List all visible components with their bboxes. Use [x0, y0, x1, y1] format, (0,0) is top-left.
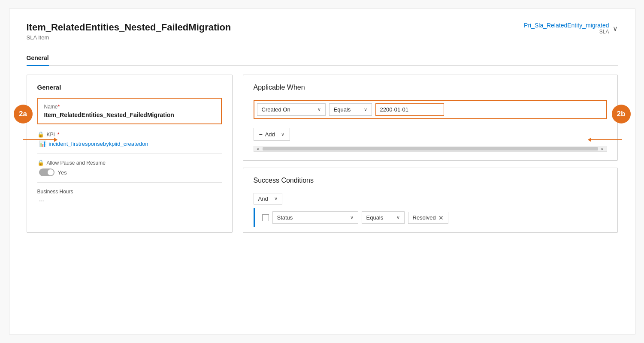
- toggle-container: Yes: [37, 168, 222, 176]
- svg-marker-1: [54, 138, 57, 142]
- status-field-dropdown[interactable]: Status ∨: [272, 211, 358, 224]
- annotation-2b: 2b: [612, 105, 631, 123]
- success-conditions-section: Success Conditions And ∨ Status ∨ Equals…: [243, 168, 618, 233]
- resolved-tag: Resolved ✕: [408, 212, 448, 224]
- divider-1: [37, 153, 222, 153]
- status-field-chevron-icon: ∨: [350, 215, 354, 220]
- biz-hours-label: Business Hours: [37, 189, 222, 195]
- scroll-right-icon[interactable]: ▸: [599, 146, 607, 151]
- success-conditions-title: Success Conditions: [254, 177, 607, 184]
- page-subtitle: SLA Item: [27, 34, 231, 41]
- status-operator-dropdown[interactable]: Equals ∨: [362, 211, 405, 224]
- status-operator-chevron-icon: ∨: [396, 215, 400, 220]
- tab-general[interactable]: General: [27, 51, 49, 66]
- header-left: Item_RelatedEntities_Nested_FailedMigrat…: [27, 22, 231, 41]
- add-chevron-icon: ∨: [281, 132, 284, 137]
- name-label: Name*: [44, 104, 215, 110]
- chevron-down-icon[interactable]: ∨: [613, 24, 618, 33]
- success-checkbox[interactable]: [262, 214, 269, 221]
- condition-operator-chevron-icon: ∨: [364, 107, 367, 112]
- horizontal-scrollbar[interactable]: ◂ ▸: [254, 146, 607, 152]
- and-dropdown[interactable]: And ∨: [254, 193, 282, 205]
- applicable-when-section: Applicable When Created On ∨ Equals ∨ 22…: [243, 75, 618, 161]
- toggle-knob: [48, 169, 54, 175]
- general-panel: General Name* Item_RelatedEntities_Neste…: [27, 75, 233, 233]
- condition-value-field[interactable]: 2200-01-01: [375, 103, 444, 116]
- annotation-2a: 2a: [14, 105, 33, 123]
- arrow-2b-icon: [588, 135, 622, 144]
- kpi-link[interactable]: 📊 incident_firstresponsebykpiid_createdo…: [37, 140, 222, 147]
- pause-lock-icon: 🔒: [37, 159, 44, 166]
- svg-marker-3: [588, 138, 591, 142]
- condition-field-chevron-icon: ∨: [317, 107, 321, 112]
- sla-link[interactable]: Pri_Sla_RelatedEntity_migrated: [524, 22, 609, 29]
- kpi-required: *: [57, 132, 60, 138]
- toggle-value-label: Yes: [58, 169, 67, 176]
- scroll-left-icon[interactable]: ◂: [254, 146, 262, 151]
- blue-bar: [254, 208, 255, 227]
- add-button[interactable]: − Add ∨: [254, 128, 290, 141]
- kpi-lock-row: 🔒 KPI*: [37, 131, 222, 138]
- general-panel-title: General: [37, 84, 222, 91]
- success-condition-row: Status ∨ Equals ∨ Resolved ✕: [254, 211, 607, 224]
- main-content: 2a General Name* Item_RelatedEntities_Ne…: [27, 75, 618, 233]
- applicable-when-title: Applicable When: [254, 84, 607, 91]
- header-right: Pri_Sla_RelatedEntity_migrated SLA ∨: [524, 22, 617, 35]
- condition-box: Created On ∨ Equals ∨ 2200-01-01: [254, 100, 607, 119]
- divider-2: [37, 182, 222, 183]
- biz-hours-value: ---: [37, 197, 222, 204]
- page-header: Item_RelatedEntities_Nested_FailedMigrat…: [27, 22, 618, 41]
- name-value: Item_RelatedEntities_Nested_FailedMigrat…: [44, 111, 215, 118]
- right-panel: 2b Applicable When Created On ∨ Equ: [243, 75, 618, 233]
- page-title: Item_RelatedEntities_Nested_FailedMigrat…: [27, 22, 231, 33]
- pause-toggle[interactable]: [39, 168, 54, 176]
- scrollbar-track: [263, 147, 598, 150]
- condition-operator-dropdown[interactable]: Equals ∨: [329, 103, 372, 116]
- name-field-box: Name* Item_RelatedEntities_Nested_Failed…: [37, 98, 222, 124]
- tab-bar: General: [27, 51, 618, 66]
- resolved-close-icon[interactable]: ✕: [438, 214, 444, 221]
- condition-field-dropdown[interactable]: Created On ∨: [257, 103, 326, 116]
- pause-lock-row: 🔒 Allow Pause and Resume: [37, 159, 222, 166]
- condition-row: Created On ∨ Equals ∨ 2200-01-01: [254, 100, 607, 119]
- minus-icon: −: [259, 131, 263, 138]
- arrow-2a-icon: [23, 135, 57, 144]
- and-chevron-icon: ∨: [274, 196, 278, 202]
- sla-label: SLA: [524, 29, 609, 35]
- required-star: *: [58, 104, 60, 110]
